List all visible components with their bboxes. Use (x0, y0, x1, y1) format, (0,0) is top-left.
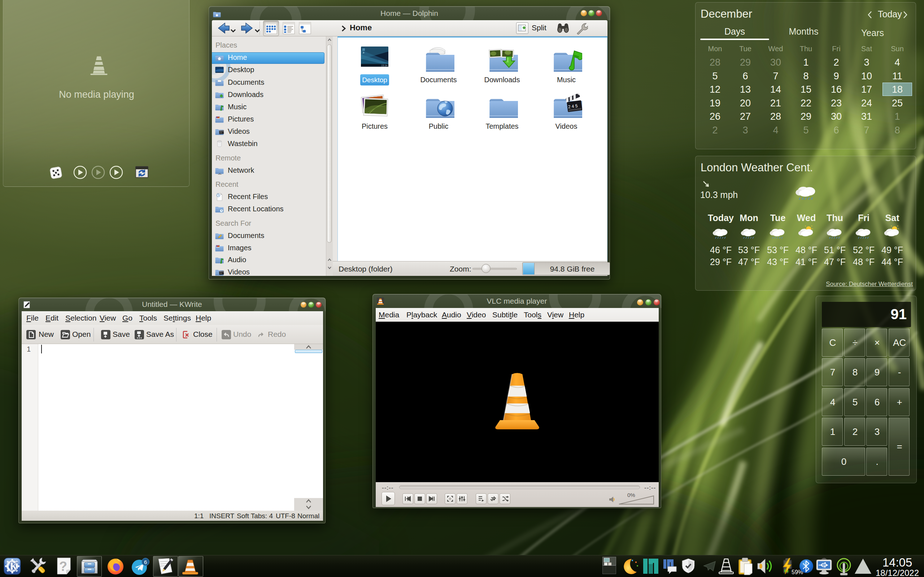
svg-text:?: ? (59, 559, 67, 574)
svg-text:2 4: 2 4 (220, 272, 221, 274)
svg-text:15:34: 15:34 (381, 64, 388, 67)
svg-text:6: 6 (144, 559, 147, 565)
svg-text:2 4: 2 4 (220, 132, 221, 134)
